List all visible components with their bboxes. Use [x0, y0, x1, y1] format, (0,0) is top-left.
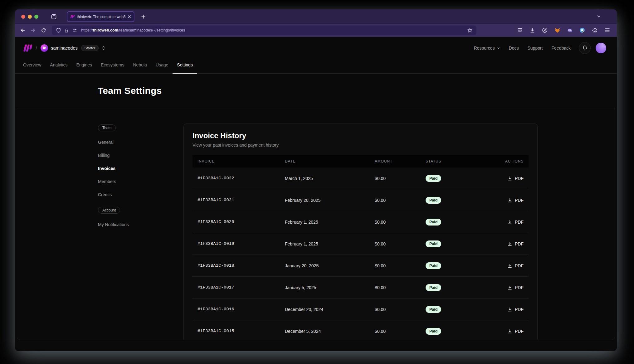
pdf-download-icon: [507, 176, 512, 181]
tab-list-chevron-icon[interactable]: [596, 14, 601, 19]
metamask-icon[interactable]: [554, 27, 561, 34]
url-text[interactable]: https://thirdweb.com/team/saminacodes/~/…: [81, 28, 466, 32]
invoice-number: #1F33BA1C-0015: [198, 329, 285, 333]
table-row: #1F33BA1C-0021 February 20, 2025 $0.00 P…: [193, 189, 529, 211]
card-title: Invoice History: [193, 131, 529, 140]
bell-icon: [582, 45, 588, 51]
tab-overview[interactable]: Overview: [19, 57, 46, 74]
invoice-amount: $0.00: [375, 263, 426, 268]
invoice-date: February 1, 2025: [285, 241, 375, 246]
table-header: INVOICE DATE AMOUNT STATUS ACTIONS: [193, 155, 529, 167]
nav-link-feedback[interactable]: Feedback: [552, 46, 571, 51]
pocket-icon[interactable]: [516, 27, 523, 34]
team-name[interactable]: saminacodes: [51, 46, 77, 51]
table-row: #1F33BA1C-0018 January 20, 2025 $0.00 Pa…: [193, 255, 529, 277]
download-pdf-button[interactable]: PDF: [507, 307, 524, 312]
team-avatar[interactable]: [41, 44, 48, 52]
browser-tab[interactable]: thirdweb: The complete web3 d: [67, 12, 134, 22]
sidebar-item-credits[interactable]: Credits: [98, 188, 170, 201]
invoice-date: February 20, 2025: [285, 198, 375, 203]
invoice-date: March 1, 2025: [285, 176, 375, 181]
status-badge: Paid: [426, 306, 441, 313]
nav-link-resources[interactable]: Resources: [474, 46, 500, 51]
page-title: Team Settings: [98, 85, 162, 96]
col-actions: ACTIONS: [505, 159, 524, 163]
browser-window: thirdweb: The complete web3 d: [15, 9, 617, 351]
tab-nebula[interactable]: Nebula: [129, 57, 151, 74]
invoice-history-card: Invoice History View your past invoices …: [183, 124, 538, 340]
tab-settings[interactable]: Settings: [173, 57, 197, 74]
menu-icon[interactable]: [604, 27, 611, 34]
url-bar[interactable]: https://thirdweb.com/team/saminacodes/~/…: [52, 26, 476, 35]
browser-tab-bar: thirdweb: The complete web3 d: [15, 9, 617, 24]
tab-ecosystems[interactable]: Ecosystems: [96, 57, 129, 74]
download-pdf-button[interactable]: PDF: [507, 241, 524, 246]
firefox-view-icon[interactable]: [51, 14, 57, 20]
invoice-date: February 1, 2025: [285, 220, 375, 225]
permissions-icon[interactable]: [71, 27, 78, 34]
sidebar-item-billing[interactable]: Billing: [98, 149, 170, 162]
sidebar-item-invoices[interactable]: Invoices: [98, 162, 170, 175]
card-subtitle: View your past invoices and payment hist…: [193, 143, 529, 148]
bookmark-star-icon[interactable]: [466, 27, 473, 34]
invoice-date: December 20, 2024: [285, 307, 375, 312]
pdf-download-icon: [507, 198, 512, 203]
download-pdf-button[interactable]: PDF: [507, 285, 524, 290]
invoice-amount: $0.00: [375, 285, 426, 290]
status-badge: Paid: [426, 328, 441, 335]
table-row: #1F33BA1C-0019 February 1, 2025 $0.00 Pa…: [193, 233, 529, 255]
forward-icon[interactable]: [30, 27, 37, 34]
col-invoice: INVOICE: [198, 159, 285, 163]
zoom-window-button[interactable]: [34, 15, 38, 19]
password-manager-icon[interactable]: [579, 27, 586, 34]
notifications-button[interactable]: [579, 42, 591, 54]
thirdweb-logo[interactable]: [23, 44, 32, 52]
download-pdf-button[interactable]: PDF: [507, 329, 524, 334]
download-pdf-button[interactable]: PDF: [507, 220, 524, 225]
download-pdf-button[interactable]: PDF: [507, 198, 524, 203]
extensions-puzzle-icon[interactable]: [591, 27, 598, 34]
browser-toolbar: https://thirdweb.com/team/saminacodes/~/…: [15, 24, 617, 37]
reload-icon[interactable]: [40, 27, 47, 34]
nav-link-support[interactable]: Support: [527, 46, 543, 51]
invoice-amount: $0.00: [375, 241, 426, 246]
download-pdf-button[interactable]: PDF: [507, 176, 524, 181]
table-row: #1F33BA1C-0017 January 5, 2025 $0.00 Pai…: [193, 277, 529, 298]
invoice-number: #1F33BA1C-0017: [198, 285, 285, 290]
status-badge: Paid: [426, 262, 441, 269]
tab-usage[interactable]: Usage: [151, 57, 173, 74]
close-window-button[interactable]: [21, 15, 25, 19]
tab-engines[interactable]: Engines: [72, 57, 96, 74]
invoice-number: #1F33BA1C-0020: [198, 220, 285, 224]
tab-close-icon[interactable]: [128, 15, 131, 18]
phantom-icon[interactable]: [566, 27, 573, 34]
invoice-table: INVOICE DATE AMOUNT STATUS ACTIONS #1F33…: [193, 155, 529, 340]
minimize-window-button[interactable]: [28, 15, 32, 19]
page-title-band: Team Settings: [15, 74, 617, 108]
invoice-amount: $0.00: [375, 307, 426, 312]
status-badge: Paid: [426, 219, 441, 226]
invoice-amount: $0.00: [375, 176, 426, 181]
nav-link-docs[interactable]: Docs: [509, 46, 519, 51]
sidebar-group-team: Team: [98, 124, 116, 131]
download-icon[interactable]: [529, 27, 536, 34]
tab-analytics[interactable]: Analytics: [46, 57, 72, 74]
back-icon[interactable]: [19, 27, 26, 34]
invoice-date: January 5, 2025: [285, 285, 375, 290]
tracking-shield-icon[interactable]: [55, 27, 62, 34]
sidebar-item-general[interactable]: General: [98, 136, 170, 149]
status-badge: Paid: [426, 284, 441, 291]
sidebar-item-members[interactable]: Members: [98, 175, 170, 188]
user-avatar[interactable]: [596, 43, 606, 53]
settings-content: Team General Billing Invoices Members Cr…: [17, 108, 615, 340]
new-tab-icon[interactable]: [139, 12, 147, 21]
tab-title: thirdweb: The complete web3 d: [77, 15, 125, 19]
sidebar-item-my-notifications[interactable]: My Notifications: [98, 218, 170, 231]
invoice-number: #1F33BA1C-0021: [198, 198, 285, 202]
team-switcher-icon[interactable]: [101, 46, 106, 51]
download-pdf-button[interactable]: PDF: [507, 263, 524, 268]
account-icon[interactable]: [541, 27, 548, 34]
chevron-down-icon: [497, 46, 500, 50]
lock-icon[interactable]: [63, 27, 70, 34]
invoice-number: #1F33BA1C-0022: [198, 176, 285, 181]
